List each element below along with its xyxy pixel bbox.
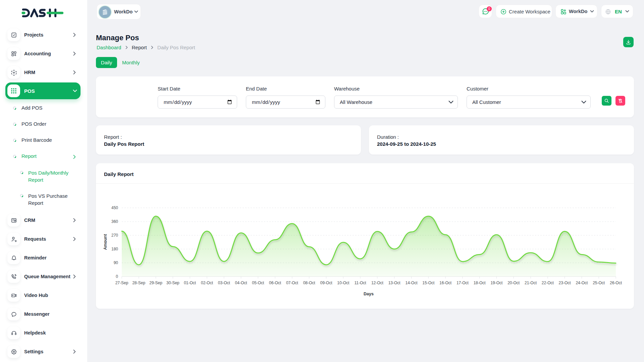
svg-text:23-Oct: 23-Oct xyxy=(559,281,571,285)
svg-text:27-Sep: 27-Sep xyxy=(115,281,128,285)
svg-text:14-Oct: 14-Oct xyxy=(405,281,418,285)
svg-text:21-Oct: 21-Oct xyxy=(525,281,537,285)
svg-text:13-Oct: 13-Oct xyxy=(388,281,401,285)
svg-text:360: 360 xyxy=(111,219,118,224)
svg-text:15-Oct: 15-Oct xyxy=(422,281,435,285)
svg-text:18-Oct: 18-Oct xyxy=(474,281,486,285)
svg-text:05-Oct: 05-Oct xyxy=(252,281,264,285)
svg-text:19-Oct: 19-Oct xyxy=(490,281,503,285)
svg-text:Days: Days xyxy=(364,292,374,296)
svg-text:Amount: Amount xyxy=(103,234,108,250)
svg-text:01-Oct: 01-Oct xyxy=(184,281,196,285)
svg-text:06-Oct: 06-Oct xyxy=(269,281,281,285)
svg-text:02-Oct: 02-Oct xyxy=(201,281,213,285)
svg-text:04-Oct: 04-Oct xyxy=(235,281,248,285)
svg-text:08-Oct: 08-Oct xyxy=(303,281,316,285)
svg-text:25-Oct: 25-Oct xyxy=(593,281,605,285)
svg-text:450: 450 xyxy=(111,205,118,210)
svg-text:0: 0 xyxy=(116,274,118,279)
svg-text:03-Oct: 03-Oct xyxy=(218,281,230,285)
svg-text:30-Sep: 30-Sep xyxy=(166,281,179,285)
svg-text:16-Oct: 16-Oct xyxy=(439,281,452,285)
svg-text:28-Sep: 28-Sep xyxy=(132,281,145,285)
svg-text:270: 270 xyxy=(111,233,118,238)
svg-text:17-Oct: 17-Oct xyxy=(457,281,469,285)
svg-text:90: 90 xyxy=(114,260,118,265)
svg-text:24-Oct: 24-Oct xyxy=(576,281,588,285)
svg-text:22-Oct: 22-Oct xyxy=(542,281,554,285)
svg-text:29-Sep: 29-Sep xyxy=(149,281,162,285)
svg-text:07-Oct: 07-Oct xyxy=(286,281,299,285)
svg-text:180: 180 xyxy=(111,247,118,251)
svg-text:20-Oct: 20-Oct xyxy=(507,281,520,285)
svg-text:11-Oct: 11-Oct xyxy=(355,281,367,285)
svg-text:10-Oct: 10-Oct xyxy=(337,281,350,285)
svg-text:12-Oct: 12-Oct xyxy=(371,281,384,285)
svg-text:26-Oct: 26-Oct xyxy=(610,281,622,285)
svg-text:09-Oct: 09-Oct xyxy=(320,281,332,285)
